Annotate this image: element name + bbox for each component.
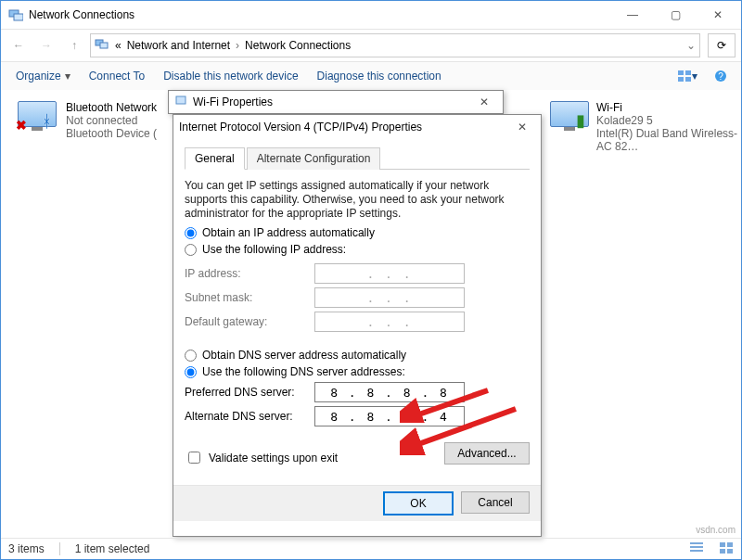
connection-name: Bluetooth Network: [66, 101, 157, 114]
close-button[interactable]: ✕: [509, 121, 535, 134]
svg-rect-6: [678, 77, 684, 82]
view-icons-button[interactable]: ▾: [674, 65, 700, 87]
preferred-dns-input[interactable]: 8 . 8 . 8 . 8: [314, 382, 465, 402]
checkbox-input[interactable]: [188, 452, 200, 464]
svg-rect-4: [678, 70, 684, 75]
dialog-title: Internet Protocol Version 4 (TCP/IPv4) P…: [179, 121, 422, 134]
window-title: Network Connections: [29, 8, 611, 21]
wifi-properties-dialog: Wi-Fi Properties ✕: [168, 90, 504, 114]
field-default-gateway: Default gateway: . . .: [185, 312, 530, 332]
field-preferred-dns: Preferred DNS server: 8 . 8 . 8 . 8: [185, 382, 530, 402]
connection-device: Intel(R) Dual Band Wireless-AC 82…: [596, 127, 741, 153]
svg-rect-13: [690, 542, 703, 544]
bluetooth-icon: ᚼ: [42, 112, 52, 132]
ip-address-input[interactable]: . . .: [314, 263, 465, 284]
help-button[interactable]: ?: [708, 65, 734, 87]
radio-input[interactable]: [185, 350, 197, 362]
connection-ssid: Kolade29 5: [596, 114, 741, 127]
dialog-buttons: OK Cancel: [173, 485, 541, 521]
wifi-icon: ▮: [576, 110, 585, 131]
radio-dns-manual[interactable]: Use the following DNS server addresses:: [185, 365, 530, 378]
nav-bar: ← → ↑ « Network and Internet › Network C…: [1, 29, 741, 62]
disable-device-button[interactable]: Disable this network device: [156, 66, 305, 86]
svg-rect-1: [14, 14, 23, 20]
svg-rect-17: [727, 542, 733, 547]
breadcrumb-item[interactable]: Network and Internet: [127, 39, 230, 52]
svg-rect-5: [685, 70, 691, 75]
connection-device: Bluetooth Device (: [66, 127, 157, 140]
svg-rect-7: [685, 77, 691, 82]
ok-button[interactable]: OK: [383, 491, 454, 515]
view-details-icon[interactable]: [689, 541, 704, 557]
connect-to-button[interactable]: Connect To: [82, 66, 153, 86]
field-alternate-dns: Alternate DNS server: 8 . 8 . 4 . 4: [185, 406, 530, 426]
tab-alternate-config[interactable]: Alternate Configuration: [247, 147, 381, 170]
ipv4-properties-dialog: Internet Protocol Version 4 (TCP/IPv4) P…: [173, 114, 542, 537]
chevron-down-icon[interactable]: ⌄: [686, 39, 696, 52]
up-button[interactable]: ↑: [62, 33, 86, 57]
connection-name: Wi-Fi: [596, 101, 741, 114]
organize-menu[interactable]: Organize▾: [8, 66, 78, 86]
view-large-icon[interactable]: [719, 541, 734, 557]
radio-input[interactable]: [185, 227, 197, 239]
minimize-button[interactable]: —: [611, 1, 654, 29]
status-item-count: 3 items: [8, 542, 45, 555]
network-icon: [95, 38, 109, 54]
info-text: You can get IP settings assigned automat…: [185, 179, 530, 221]
svg-rect-10: [176, 96, 186, 104]
status-bar: 3 items 1 item selected: [1, 538, 741, 559]
forward-button[interactable]: →: [34, 33, 58, 57]
command-bar: Organize▾ Connect To Disable this networ…: [1, 62, 741, 91]
breadcrumb-prefix: «: [115, 39, 122, 52]
connection-status: Not connected: [66, 114, 157, 127]
refresh-button[interactable]: ⟳: [708, 33, 736, 57]
svg-text:?: ?: [718, 71, 723, 82]
separator: [59, 542, 60, 555]
cancel-button[interactable]: Cancel: [461, 491, 530, 514]
tab-strip: General Alternate Configuration: [185, 146, 530, 170]
svg-rect-3: [100, 43, 108, 48]
wifi-adapter-icon: ▮: [550, 101, 589, 134]
breadcrumb-item[interactable]: Network Connections: [245, 39, 351, 52]
radio-input[interactable]: [185, 366, 197, 378]
validate-checkbox[interactable]: Validate settings upon exit: [185, 449, 338, 466]
back-button[interactable]: ←: [6, 33, 31, 57]
chevron-icon: ›: [236, 39, 239, 52]
field-ip-address: IP address: . . .: [185, 263, 530, 284]
svg-rect-19: [727, 549, 733, 554]
subnet-mask-input[interactable]: . . .: [314, 287, 465, 308]
status-selection: 1 item selected: [75, 542, 150, 555]
bluetooth-adapter-icon: ✖ ᚼ: [18, 101, 58, 134]
watermark: vsdn.com: [696, 525, 736, 535]
advanced-button[interactable]: Advanced...: [444, 442, 530, 465]
tab-general[interactable]: General: [185, 147, 245, 170]
svg-rect-14: [690, 546, 703, 548]
radio-input[interactable]: [185, 244, 197, 256]
svg-rect-16: [720, 542, 725, 547]
radio-ip-manual[interactable]: Use the following IP address:: [185, 243, 530, 256]
connection-wifi[interactable]: ▮ Wi-Fi Kolade29 5 Intel(R) Dual Band Wi…: [550, 101, 741, 153]
address-bar[interactable]: « Network and Internet › Network Connect…: [90, 33, 700, 57]
dialog-title: Wi-Fi Properties: [193, 95, 273, 108]
maximize-button[interactable]: ▢: [654, 1, 697, 29]
diagnose-button[interactable]: Diagnose this connection: [310, 66, 449, 86]
titlebar: Network Connections — ▢ ✕: [1, 1, 741, 29]
svg-rect-15: [690, 550, 703, 552]
radio-dns-auto[interactable]: Obtain DNS server address automatically: [185, 349, 530, 362]
radio-ip-auto[interactable]: Obtain an IP address automatically: [185, 226, 530, 239]
adapter-icon: [174, 95, 187, 110]
error-icon: ✖: [16, 118, 27, 133]
connection-bluetooth[interactable]: ✖ ᚼ Bluetooth Network Not connected Blue…: [18, 101, 157, 140]
network-icon: [8, 7, 23, 22]
chevron-down-icon: ▾: [65, 70, 70, 83]
svg-rect-18: [720, 549, 725, 554]
default-gateway-input[interactable]: . . .: [314, 312, 465, 332]
explorer-window: Network Connections — ▢ ✕ ← → ↑ « Networ…: [0, 0, 742, 560]
alternate-dns-input[interactable]: 8 . 8 . 4 . 4: [314, 406, 465, 426]
close-button[interactable]: ✕: [471, 95, 497, 108]
field-subnet-mask: Subnet mask: . . .: [185, 287, 530, 308]
close-button[interactable]: ✕: [697, 1, 739, 29]
